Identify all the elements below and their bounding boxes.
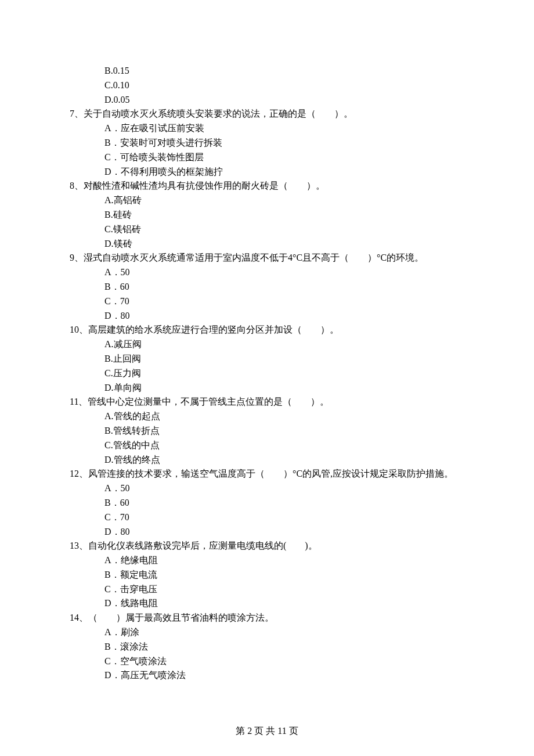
question-stem: 7、关于自动喷水灭火系统喷头安装要求的说法，正确的是（ ）。 — [70, 107, 464, 121]
option-b: B．安装时可对喷头进行拆装 — [104, 136, 464, 150]
option-c: C．70 — [104, 294, 464, 309]
option-d: D．高压无气喷涂法 — [104, 668, 464, 683]
option-a: A．刷涂 — [104, 625, 464, 640]
option-a: A.高铝砖 — [104, 193, 464, 208]
option-b: B．额定电流 — [104, 568, 464, 582]
question-options: A.减压阀 B.止回阀 C.压力阀 D.单向阀 — [70, 337, 464, 395]
option-b: B.止回阀 — [104, 352, 464, 366]
option-c: C.管线的中点 — [104, 438, 464, 453]
question-options: A.高铝砖 B.硅砖 C.镁铝砖 D.镁砖 — [70, 193, 464, 251]
option-a: A．50 — [104, 265, 464, 280]
question-options: A．应在吸引试压前安装 B．安装时可对喷头进行拆装 C．可给喷头装饰性图层 D．… — [70, 121, 464, 179]
question-stem: 14、（ ）属于最高效且节省油料的喷涂方法。 — [70, 611, 464, 625]
option-c: C．击穿电压 — [104, 582, 464, 597]
option-c: C．70 — [104, 510, 464, 525]
option-d: D.0.05 — [104, 93, 464, 107]
option-a: A．应在吸引试压前安装 — [104, 121, 464, 136]
question-stem: 8、对酸性渣和碱性渣均具有抗侵蚀作用的耐火砖是（ ）。 — [70, 179, 464, 193]
option-c: C．空气喷涂法 — [104, 654, 464, 669]
question-12: 12、风管连接的技术要求，输送空气温度高于（ ）°C的风管,应按设计规定采取防护… — [70, 467, 464, 539]
question-7: 7、关于自动喷水灭火系统喷头安装要求的说法，正确的是（ ）。 A．应在吸引试压前… — [70, 107, 464, 179]
question-options: A.管线的起点 B.管线转折点 C.管线的中点 D.管线的终点 — [70, 409, 464, 467]
question-10: 10、高层建筑的给水系统应进行合理的竖向分区并加设（ ）。 A.减压阀 B.止回… — [70, 323, 464, 395]
question-9: 9、湿式自动喷水灭火系统通常适用于室内温度不低于4°C且不高于（ ）°C的环境。… — [70, 251, 464, 323]
option-b: B.硅砖 — [104, 208, 464, 222]
option-a: A．绝缘电阻 — [104, 553, 464, 568]
question-13: 13、自动化仪表线路敷设完毕后，应测量电缆电线的( )。 A．绝缘电阻 B．额定… — [70, 539, 464, 611]
option-a: A.管线的起点 — [104, 409, 464, 424]
option-d: D．不得利用喷头的框架施拧 — [104, 165, 464, 179]
option-c: C.镁铝砖 — [104, 222, 464, 237]
page-container: B.0.15 C.0.10 D.0.05 7、关于自动喷水灭火系统喷头安装要求的… — [0, 0, 534, 756]
option-c: C.0.10 — [104, 78, 464, 93]
question-options: A．50 B．60 C．70 D．80 — [70, 265, 464, 323]
option-d: D.镁砖 — [104, 237, 464, 251]
question-stem: 10、高层建筑的给水系统应进行合理的竖向分区并加设（ ）。 — [70, 323, 464, 337]
prev-question-options: B.0.15 C.0.10 D.0.05 — [70, 64, 464, 107]
question-stem: 11、管线中心定位测量中，不属于管线主点位置的是（ ）。 — [70, 395, 464, 409]
option-c: C.压力阀 — [104, 366, 464, 381]
question-8: 8、对酸性渣和碱性渣均具有抗侵蚀作用的耐火砖是（ ）。 A.高铝砖 B.硅砖 C… — [70, 179, 464, 251]
question-stem: 13、自动化仪表线路敷设完毕后，应测量电缆电线的( )。 — [70, 539, 464, 553]
question-11: 11、管线中心定位测量中，不属于管线主点位置的是（ ）。 A.管线的起点 B.管… — [70, 395, 464, 467]
question-stem: 12、风管连接的技术要求，输送空气温度高于（ ）°C的风管,应按设计规定采取防护… — [70, 467, 464, 481]
question-options: A．刷涂 B．滚涂法 C．空气喷涂法 D．高压无气喷涂法 — [70, 625, 464, 683]
option-d: D．80 — [104, 525, 464, 539]
option-d: D．80 — [104, 309, 464, 323]
question-options: A．50 B．60 C．70 D．80 — [70, 481, 464, 539]
question-stem: 9、湿式自动喷水灭火系统通常适用于室内温度不低于4°C且不高于（ ）°C的环境。 — [70, 251, 464, 265]
option-b: B．60 — [104, 496, 464, 510]
option-b: B．滚涂法 — [104, 640, 464, 654]
option-a: A．50 — [104, 481, 464, 496]
question-options: A．绝缘电阻 B．额定电流 C．击穿电压 D．线路电阻 — [70, 553, 464, 611]
option-b: B．60 — [104, 280, 464, 294]
option-a: A.减压阀 — [104, 337, 464, 352]
question-14: 14、（ ）属于最高效且节省油料的喷涂方法。 A．刷涂 B．滚涂法 C．空气喷涂… — [70, 611, 464, 683]
option-d: D.单向阀 — [104, 381, 464, 395]
option-d: D．线路电阻 — [104, 596, 464, 611]
option-b: B.管线转折点 — [104, 424, 464, 438]
option-b: B.0.15 — [104, 64, 464, 78]
option-c: C．可给喷头装饰性图层 — [104, 150, 464, 165]
page-footer: 第 2 页 共 11 页 — [70, 724, 464, 739]
option-d: D.管线的终点 — [104, 453, 464, 467]
